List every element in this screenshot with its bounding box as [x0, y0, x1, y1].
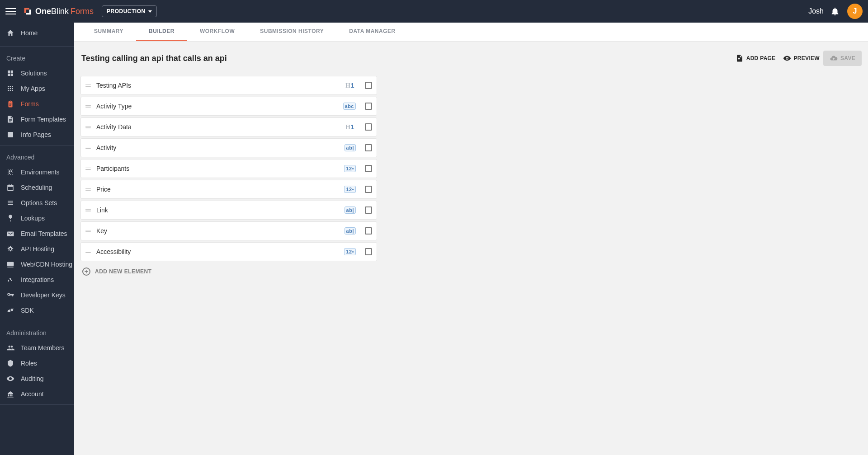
opts-icon — [6, 199, 14, 207]
preview-button[interactable]: PREVIEW — [779, 51, 823, 66]
forms-icon — [6, 100, 14, 108]
templates-icon — [6, 115, 14, 123]
chevron-down-icon — [148, 10, 152, 13]
element-row[interactable]: Keyab| — [80, 221, 377, 240]
sidebar-section-admin: Administration — [0, 321, 74, 340]
element-checkbox[interactable] — [365, 227, 372, 235]
sidebar-item-form-templates[interactable]: Form Templates — [0, 112, 74, 127]
drag-handle-icon[interactable] — [85, 168, 91, 170]
element-type-heading-icon: H1 — [344, 123, 356, 131]
sidebar-item-label: My Apps — [21, 85, 45, 92]
solutions-icon — [6, 69, 14, 77]
element-checkbox[interactable] — [365, 206, 372, 214]
drag-handle-icon[interactable] — [85, 126, 91, 128]
element-row[interactable]: Price12• — [80, 180, 377, 199]
tab-summary[interactable]: SUMMARY — [81, 23, 136, 41]
add-page-button[interactable]: ADD PAGE — [732, 51, 779, 66]
element-row[interactable]: Accessibility12• — [80, 242, 377, 261]
home-icon — [6, 29, 14, 37]
env-icon — [6, 168, 14, 176]
sidebar-item-label: Form Templates — [21, 116, 66, 123]
drag-handle-icon[interactable] — [85, 251, 91, 253]
element-checkbox[interactable] — [365, 82, 372, 89]
drag-handle-icon[interactable] — [85, 84, 91, 87]
element-row[interactable]: Activity Typeabc — [80, 97, 377, 116]
element-checkbox[interactable] — [365, 103, 372, 110]
element-checkbox[interactable] — [365, 165, 372, 172]
element-type-badge: ab| — [344, 227, 356, 235]
save-label: SAVE — [840, 55, 855, 61]
drag-handle-icon[interactable] — [85, 147, 91, 149]
element-row[interactable]: Participants12• — [80, 159, 377, 178]
element-label: Participants — [96, 165, 129, 172]
sidebar-item-label: Account — [21, 390, 44, 398]
sidebar-item-my-apps[interactable]: My Apps — [0, 81, 74, 96]
save-button: SAVE — [823, 51, 862, 66]
drag-handle-icon[interactable] — [85, 188, 91, 191]
sidebar-item-developer-keys[interactable]: Developer Keys — [0, 287, 74, 303]
content: Testing calling an api that calls an api… — [74, 42, 868, 455]
sched-icon — [6, 183, 14, 192]
sidebar-item-label: Forms — [21, 100, 39, 108]
add-element-button[interactable]: + ADD NEW ELEMENT — [80, 267, 862, 276]
environment-select[interactable]: PRODUCTION — [102, 5, 157, 17]
add-page-icon — [736, 54, 744, 62]
element-checkbox[interactable] — [365, 186, 372, 193]
tab-submission-history[interactable]: SUBMISSION HISTORY — [247, 23, 336, 41]
sidebar-item-environments[interactable]: Environments — [0, 164, 74, 180]
sidebar-item-email-templates[interactable]: Email Templates — [0, 226, 74, 241]
elements-list: Testing APIsH1Activity TypeabcActivity D… — [80, 76, 377, 261]
menu-toggle-icon[interactable] — [5, 6, 16, 17]
apps-icon — [6, 84, 14, 93]
sidebar-item-info-pages[interactable]: Info Pages — [0, 127, 74, 142]
sidebar-item-integrations[interactable]: Integrations — [0, 272, 74, 287]
element-type-heading-icon: H1 — [344, 81, 356, 90]
element-type-badge: ab| — [344, 144, 356, 151]
sidebar-item-team-members[interactable]: Team Members — [0, 340, 74, 356]
sidebar-item-options-sets[interactable]: Options Sets — [0, 195, 74, 211]
drag-handle-icon[interactable] — [85, 230, 91, 232]
sidebar-item-web-cdn-hosting[interactable]: Web/CDN Hosting — [0, 257, 74, 272]
topbar: OneBlinkForms PRODUCTION Josh J — [0, 0, 868, 23]
brand-logo[interactable]: OneBlinkForms — [23, 6, 94, 16]
sidebar-item-auditing[interactable]: Auditing — [0, 371, 74, 386]
element-row[interactable]: Activity DataH1 — [80, 117, 377, 136]
tab-builder[interactable]: BUILDER — [136, 23, 187, 41]
element-row[interactable]: Testing APIsH1 — [80, 76, 377, 95]
element-row[interactable]: Activityab| — [80, 138, 377, 157]
tabs: SUMMARYBUILDERWORKFLOWSUBMISSION HISTORY… — [74, 23, 868, 42]
preview-label: PREVIEW — [794, 55, 820, 61]
drag-handle-icon[interactable] — [85, 105, 91, 108]
sidebar-item-account[interactable]: Account — [0, 386, 74, 402]
sidebar-item-label: API Hosting — [21, 245, 54, 253]
element-checkbox[interactable] — [365, 123, 372, 131]
element-label: Testing APIs — [96, 82, 131, 89]
sidebar-item-solutions[interactable]: Solutions — [0, 66, 74, 81]
element-row[interactable]: Linkab| — [80, 201, 377, 220]
sidebar-item-label: Roles — [21, 360, 37, 367]
sidebar-section-create: Create — [0, 47, 74, 66]
svg-point-6 — [8, 90, 9, 91]
sidebar-item-lookups[interactable]: Lookups — [0, 211, 74, 226]
element-label: Activity Data — [96, 123, 132, 131]
tab-workflow[interactable]: WORKFLOW — [187, 23, 247, 41]
sidebar-item-api-hosting[interactable]: API Hosting — [0, 241, 74, 257]
avatar[interactable]: J — [847, 4, 863, 19]
tab-data-manager[interactable]: DATA MANAGER — [336, 23, 408, 41]
sidebar-item-scheduling[interactable]: Scheduling — [0, 180, 74, 195]
element-label: Activity — [96, 144, 116, 151]
svg-point-2 — [12, 86, 13, 87]
sidebar-item-roles[interactable]: Roles — [0, 356, 74, 371]
sidebar-item-forms[interactable]: Forms — [0, 96, 74, 112]
svg-point-5 — [12, 88, 13, 89]
drag-handle-icon[interactable] — [85, 209, 91, 211]
eye-icon — [783, 54, 791, 62]
sidebar-item-sdk[interactable]: SDK — [0, 303, 74, 318]
svg-point-0 — [8, 86, 9, 87]
element-checkbox[interactable] — [365, 144, 372, 151]
element-checkbox[interactable] — [365, 248, 372, 255]
sidebar-item-label: Home — [21, 29, 38, 37]
sidebar-item-label: SDK — [21, 307, 34, 314]
sidebar-item-home[interactable]: Home — [0, 23, 74, 43]
notifications-icon[interactable] — [829, 5, 841, 17]
